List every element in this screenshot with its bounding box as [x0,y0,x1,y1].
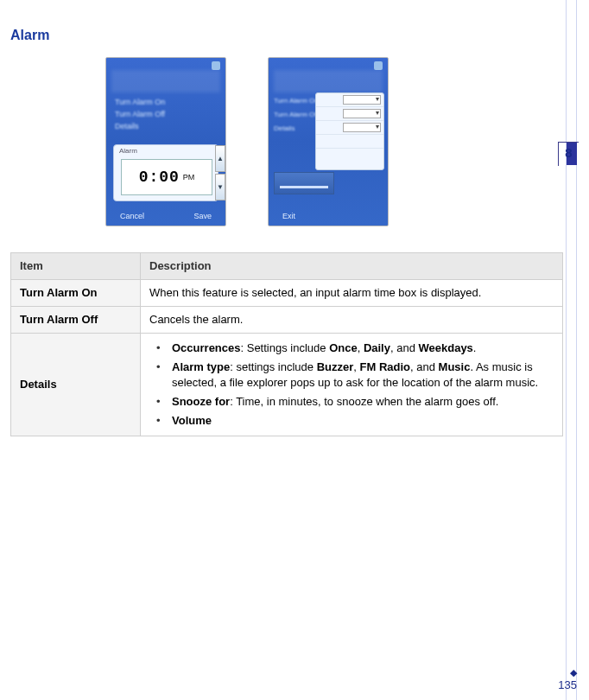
details-bullets: Occurrences: Settings include Once, Dail… [149,339,554,430]
softkey-bar: Exit [282,212,374,220]
margin-guide-line [566,0,567,700]
panel-row [316,135,383,149]
menu-item: Turn Alarm Off [115,108,165,120]
softkey-right: Save [193,212,212,220]
list-item: Alarm type: settings include Buzzer, FM … [149,358,554,392]
lcd-time: 0:00 [139,169,180,186]
details-panel [315,92,384,170]
dropdown-icon [343,109,381,118]
list-item: Volume [149,411,554,430]
bullet-label: Volume [172,414,212,427]
widget-label: Alarm [119,147,137,155]
screenshot-row: Turn Alarm On Turn Alarm Off Details Ala… [10,57,563,226]
row-desc: When this feature is selected, an input … [141,280,563,307]
screenshot-titleband [274,70,383,92]
header-item: Item [11,253,141,280]
menu-item: Turn Alarm On [115,96,165,108]
screenshot-menu: Turn Alarm On Turn Alarm Off Details [115,96,165,132]
row-desc-details: Occurrences: Settings include Once, Dail… [141,334,563,436]
volume-slider-mock [274,172,334,194]
softkey-left: Exit [282,212,295,220]
panel-row [316,107,383,121]
dropdown-icon [343,95,381,105]
screenshot-alarm-details: Turn Alarm On Turn Alarm Off Details Exi… [268,57,389,226]
margin-guide-line-outer [576,0,577,700]
dropdown-icon [343,123,381,132]
spinner-group: ▲ ▼ [214,144,226,201]
row-label: Turn Alarm Off [11,307,141,334]
window-close-icon [212,61,220,70]
list-item: Occurrences: Settings include Once, Dail… [149,339,554,358]
diamond-icon: ◆ [570,667,577,678]
row-desc: Cancels the alarm. [141,307,563,334]
spin-up-icon: ▲ [215,145,225,172]
lcd-ampm: PM [183,173,195,181]
alarm-description-table: Item Description Turn Alarm On When this… [10,252,563,436]
screenshot-titleband [111,70,220,92]
page-footer: ◆ 135 [558,666,577,691]
page-number: 135 [558,678,577,691]
panel-row [316,93,383,107]
table-row: Turn Alarm Off Cancels the alarm. [11,307,563,334]
screenshot-left-labels: Turn Alarm On Turn Alarm Off Details [274,94,319,136]
table-row: Turn Alarm On When this feature is selec… [11,280,563,307]
alarm-lcd: 0:00 PM [121,159,212,195]
panel-row [316,121,383,135]
label: Turn Alarm Off [274,108,319,122]
bullet-text: : Time, in minutes, to snooze when the a… [230,395,498,408]
alarm-time-widget: Alarm 0:00 PM [113,144,218,201]
table-row: Details Occurrences: Settings include On… [11,334,563,436]
softkey-left: Cancel [120,212,144,220]
chapter-number: 8 [565,145,572,160]
row-label: Turn Alarm On [11,280,141,307]
table-header-row: Item Description [11,253,563,280]
bullet-label: Snooze for [172,395,230,408]
softkey-bar: Cancel Save [120,212,212,220]
bullet-label: Occurrences [172,341,241,354]
menu-item: Details [115,120,165,132]
row-label: Details [11,334,141,436]
bullet-text: : settings include [230,360,316,373]
section-title: Alarm [10,28,563,43]
label: Turn Alarm On [274,94,319,108]
window-close-icon [374,61,383,70]
list-item: Snooze for: Time, in minutes, to snooze … [149,392,554,411]
bullet-text: : Settings include [241,341,330,354]
label: Details [274,122,319,136]
spin-down-icon: ▼ [215,174,225,200]
panel-row [316,149,383,162]
bullet-label: Alarm type [172,360,230,373]
slider-track [280,186,328,188]
screenshot-alarm-time: Turn Alarm On Turn Alarm Off Details Ala… [105,57,226,226]
header-description: Description [141,253,563,280]
